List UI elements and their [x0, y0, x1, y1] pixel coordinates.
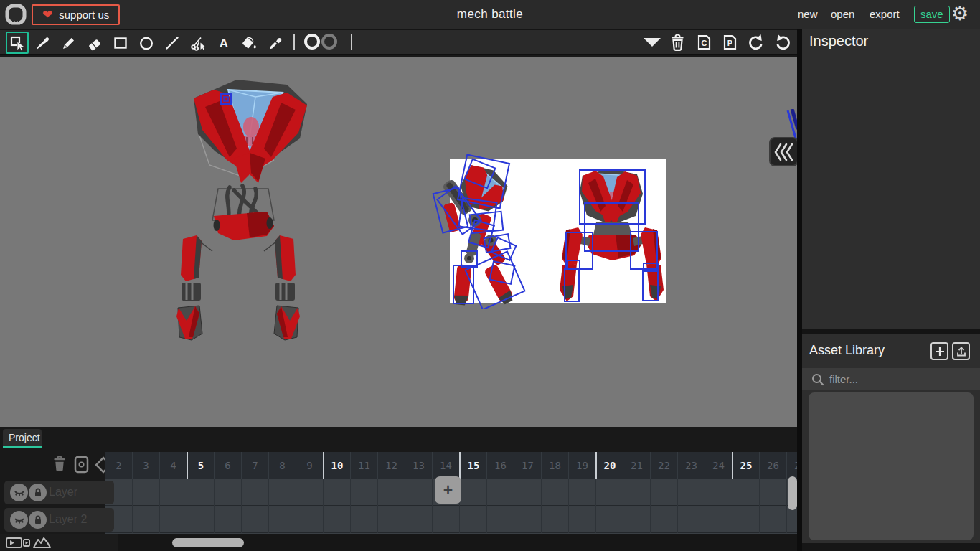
brush-tool-icon — [35, 35, 51, 51]
frame-cell-2[interactable]: 2 — [105, 452, 132, 479]
frame-cell-25[interactable]: 25 — [732, 452, 759, 479]
top-bar: ❤ support us mech battle new open export… — [0, 0, 980, 29]
frame-cell-15[interactable]: 15 — [459, 452, 486, 479]
frame-cell-9[interactable]: 9 — [296, 452, 323, 479]
frame-cell-22[interactable]: 22 — [650, 452, 677, 479]
track-gridline — [786, 506, 787, 533]
tab-project[interactable]: Project — [3, 429, 42, 448]
frame-cell-19[interactable]: 19 — [568, 452, 595, 479]
track-gridline — [623, 506, 623, 533]
layer-visibility-button[interactable] — [10, 511, 28, 529]
track-gridline — [159, 506, 160, 533]
track-gridline — [405, 479, 405, 506]
frame-cell-16[interactable]: 16 — [486, 452, 514, 479]
secondary-color-swatch[interactable] — [321, 34, 337, 50]
app-logo-icon[interactable] — [4, 3, 27, 26]
text-tool-icon: A — [216, 35, 232, 51]
text-tool[interactable]: A — [212, 32, 235, 54]
menu-export[interactable]: export — [870, 8, 900, 20]
support-us-button[interactable]: ❤ support us — [32, 4, 120, 25]
cel-icon[interactable] — [74, 456, 89, 474]
frame-cell-27[interactable]: 27 — [786, 452, 798, 479]
rectangle-tool[interactable] — [109, 32, 132, 54]
layer-lock-button[interactable] — [29, 484, 47, 501]
curves-icon[interactable] — [33, 536, 52, 549]
panel-divider[interactable] — [797, 29, 802, 551]
track-gridline — [677, 506, 678, 533]
menu-open[interactable]: open — [831, 8, 854, 20]
track-gridline — [241, 479, 242, 506]
frame-ruler[interactable]: 2345678910111213141516171819202122232425… — [105, 452, 798, 479]
layer-visibility-button[interactable] — [10, 484, 28, 501]
frame-cell-17[interactable]: 17 — [514, 452, 541, 479]
collapse-chevrons-icon — [773, 143, 795, 161]
redo-icon[interactable] — [775, 34, 791, 51]
add-asset-button[interactable] — [930, 342, 948, 360]
paste-icon[interactable]: P — [722, 34, 738, 51]
frame-cell-13[interactable]: 13 — [405, 452, 432, 479]
fill-tool[interactable] — [238, 32, 261, 54]
frame-cell-12[interactable]: 12 — [377, 452, 405, 479]
gear-icon[interactable]: ⚙ — [951, 2, 969, 25]
brush-tool[interactable] — [32, 32, 55, 54]
track-gridline — [159, 479, 160, 506]
cut-tool[interactable] — [187, 32, 209, 54]
frame-cell-4[interactable]: 4 — [159, 452, 187, 479]
frame-cell-8[interactable]: 8 — [268, 452, 296, 479]
track-gridline — [377, 479, 378, 506]
eyedropper-tool-icon — [268, 35, 283, 51]
frame-cell-18[interactable]: 18 — [541, 452, 568, 479]
frame-cell-26[interactable]: 26 — [759, 452, 786, 479]
add-frame-button[interactable]: + — [435, 476, 461, 504]
frame-cell-7[interactable]: 7 — [241, 452, 268, 479]
trash-icon[interactable] — [52, 456, 67, 472]
frame-cell-11[interactable]: 11 — [350, 452, 377, 479]
track-gridline — [432, 479, 433, 506]
timeline-vertical-scrollbar[interactable] — [788, 476, 797, 510]
svg-text:P: P — [727, 39, 732, 47]
frame-cell-24[interactable]: 24 — [705, 452, 732, 479]
frame-cell-21[interactable]: 21 — [623, 452, 650, 479]
toolbar-separator — [351, 34, 352, 50]
menu-new[interactable]: new — [798, 8, 818, 20]
asset-filter-input[interactable] — [829, 370, 973, 388]
asset-list-area[interactable] — [809, 392, 974, 540]
layer-lock-button[interactable] — [29, 511, 47, 529]
dopesheet-icon[interactable] — [6, 537, 30, 550]
primary-color-swatch[interactable] — [304, 34, 320, 50]
eraser-tool[interactable] — [83, 32, 106, 54]
timeline-panel: Project 23456789101112131415161718192021… — [0, 428, 798, 551]
lock-icon — [32, 514, 44, 526]
chevron-down-icon[interactable] — [643, 37, 661, 47]
track-gridline — [241, 506, 242, 533]
undo-icon[interactable] — [748, 34, 764, 51]
frame-cell-3[interactable]: 3 — [132, 452, 159, 479]
drawing-canvas[interactable] — [0, 57, 798, 427]
select-tool[interactable] — [6, 32, 29, 54]
track-gridline — [323, 479, 324, 506]
save-button[interactable]: save — [914, 6, 950, 23]
copy-icon[interactable]: C — [697, 34, 712, 51]
frame-cell-10[interactable]: 10 — [323, 452, 350, 479]
frame-cell-23[interactable]: 23 — [677, 452, 705, 479]
track-gridline — [132, 479, 133, 506]
line-tool[interactable] — [161, 32, 184, 54]
pencil-tool[interactable] — [57, 32, 80, 54]
frame-cell-14[interactable]: 14 — [432, 452, 459, 479]
track-gridline — [377, 506, 378, 533]
track-row-layer-2[interactable] — [105, 506, 798, 533]
trash-icon[interactable] — [670, 34, 685, 51]
collapse-panel-button[interactable] — [769, 137, 798, 166]
eyedropper-tool[interactable] — [264, 32, 287, 54]
import-asset-button[interactable] — [952, 342, 970, 360]
track-gridline — [214, 506, 215, 533]
track-gridline — [514, 506, 514, 533]
ellipse-tool[interactable] — [135, 32, 158, 54]
track-gridline — [732, 479, 732, 506]
frame-cell-6[interactable]: 6 — [214, 452, 241, 479]
timeline-horizontal-scrollbar[interactable] — [172, 538, 244, 547]
frame-cell-20[interactable]: 20 — [595, 452, 623, 479]
layer-item-1[interactable]: Layer — [4, 481, 114, 504]
layer-item-2[interactable]: Layer 2 — [4, 508, 114, 532]
frame-cell-5[interactable]: 5 — [187, 452, 214, 479]
